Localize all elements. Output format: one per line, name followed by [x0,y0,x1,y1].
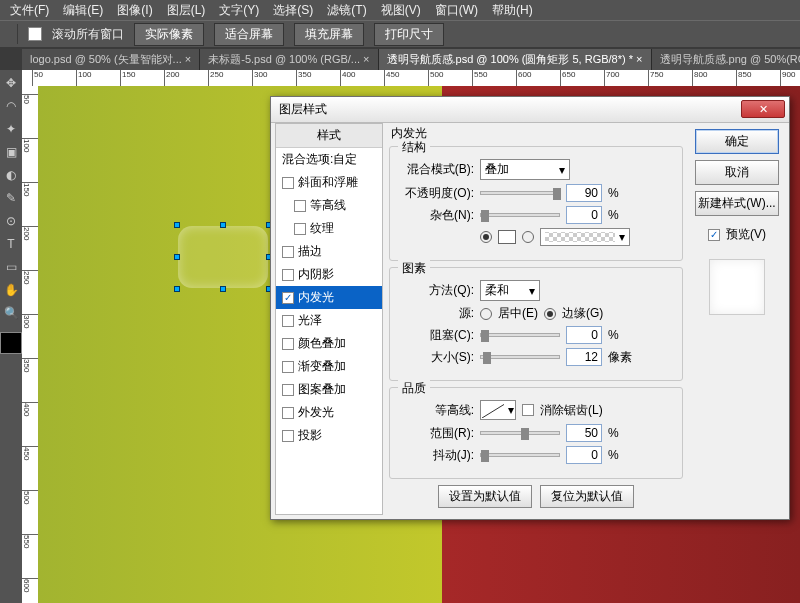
lasso-tool[interactable]: ◠ [0,95,22,117]
swatch-fg[interactable] [0,332,22,354]
style-row[interactable]: ✓内发光 [276,286,382,309]
opacity-slider[interactable] [480,191,560,195]
handle[interactable] [220,286,226,292]
antialias-checkbox[interactable] [522,404,534,416]
hand-tool[interactable]: ✋ [0,279,22,301]
style-row[interactable]: 等高线 [276,194,382,217]
style-checkbox[interactable] [282,338,294,350]
style-row[interactable]: 内阴影 [276,263,382,286]
print-size-button[interactable]: 打印尺寸 [374,23,444,46]
actual-pixels-button[interactable]: 实际像素 [134,23,204,46]
style-row[interactable]: 渐变叠加 [276,355,382,378]
menu-item[interactable]: 编辑(E) [57,0,109,21]
handle[interactable] [174,286,180,292]
style-checkbox[interactable] [282,384,294,396]
reset-default-button[interactable]: 复位为默认值 [540,485,634,508]
style-checkbox[interactable] [282,407,294,419]
choke-slider[interactable] [480,333,560,337]
style-checkbox[interactable] [294,223,306,235]
style-checkbox[interactable] [282,361,294,373]
style-row[interactable]: 纹理 [276,217,382,240]
gradient-radio[interactable] [522,231,534,243]
ok-button[interactable]: 确定 [695,129,779,154]
style-row[interactable]: 投影 [276,424,382,447]
jitter-slider[interactable] [480,453,560,457]
style-checkbox[interactable] [294,200,306,212]
preview-checkbox[interactable]: ✓ [708,229,720,241]
wand-tool[interactable]: ✦ [0,118,22,140]
fill-screen-button[interactable]: 填充屏幕 [294,23,364,46]
style-row[interactable]: 光泽 [276,309,382,332]
text-tool[interactable]: T [0,233,22,255]
source-center-radio[interactable] [480,308,492,320]
dialog-titlebar[interactable]: 图层样式 ✕ [271,97,789,123]
new-style-button[interactable]: 新建样式(W)... [695,191,779,216]
document-tab[interactable]: logo.psd @ 50% (矢量智能对... × [22,49,200,70]
style-row[interactable]: 斜面和浮雕 [276,171,382,194]
scroll-checkbox[interactable] [28,27,42,41]
style-checkbox[interactable] [282,315,294,327]
crop-tool[interactable]: ▣ [0,141,22,163]
gradient-select[interactable]: ▾ [540,228,630,246]
color-radio[interactable] [480,231,492,243]
tool-palette: ✥ ◠ ✦ ▣ ◐ ✎ ⊙ T ▭ ✋ 🔍 [0,70,22,570]
cancel-button[interactable]: 取消 [695,160,779,185]
style-checkbox[interactable] [282,246,294,258]
eyedropper-tool[interactable]: ◐ [0,164,22,186]
blend-mode-select[interactable]: 叠加▾ [480,159,570,180]
style-row[interactable]: 描边 [276,240,382,263]
document-tab[interactable]: 透明导航质感.psd @ 100% (圆角矩形 5, RGB/8*) * × [379,49,652,70]
blend-options-row[interactable]: 混合选项:自定 [276,148,382,171]
style-checkbox[interactable] [282,177,294,189]
size-value[interactable]: 12 [566,348,602,366]
contour-label: 等高线: [400,402,474,419]
source-edge-radio[interactable] [544,308,556,320]
menu-item[interactable]: 图像(I) [111,0,158,21]
brush-tool[interactable]: ✎ [0,187,22,209]
zoom-tool[interactable]: 🔍 [0,302,22,324]
group-structure: 结构 [398,139,430,156]
menu-item[interactable]: 选择(S) [267,0,319,21]
style-row[interactable]: 外发光 [276,401,382,424]
style-row[interactable]: 颜色叠加 [276,332,382,355]
jitter-value[interactable]: 0 [566,446,602,464]
style-checkbox[interactable] [282,430,294,442]
menu-item[interactable]: 窗口(W) [429,0,484,21]
selected-shape[interactable] [178,226,268,288]
menu-item[interactable]: 文件(F) [4,0,55,21]
styles-header[interactable]: 样式 [276,124,382,148]
menu-item[interactable]: 文字(Y) [213,0,265,21]
document-tab[interactable]: 透明导航质感.png @ 50%(RG... [652,49,801,70]
styles-list: 样式 混合选项:自定 斜面和浮雕等高线纹理描边内阴影✓内发光光泽颜色叠加渐变叠加… [275,123,383,515]
menu-item[interactable]: 视图(V) [375,0,427,21]
stamp-tool[interactable]: ⊙ [0,210,22,232]
noise-slider[interactable] [480,213,560,217]
method-select[interactable]: 柔和▾ [480,280,540,301]
style-checkbox[interactable] [282,269,294,281]
noise-value[interactable]: 0 [566,206,602,224]
style-row[interactable]: 图案叠加 [276,378,382,401]
handle[interactable] [174,222,180,228]
style-label: 颜色叠加 [298,335,346,352]
size-slider[interactable] [480,355,560,359]
menu-item[interactable]: 图层(L) [161,0,212,21]
rect-tool[interactable]: ▭ [0,256,22,278]
style-label: 描边 [298,243,322,260]
group-elements: 图素 [398,260,430,277]
range-slider[interactable] [480,431,560,435]
range-value[interactable]: 50 [566,424,602,442]
menu-item[interactable]: 滤镜(T) [321,0,372,21]
color-swatch[interactable] [498,230,516,244]
style-checkbox[interactable]: ✓ [282,292,294,304]
document-tab[interactable]: 未标题-5.psd @ 100% (RGB/... × [200,49,378,70]
fit-screen-button[interactable]: 适合屏幕 [214,23,284,46]
contour-select[interactable]: ▾ [480,400,516,420]
opacity-value[interactable]: 90 [566,184,602,202]
choke-value[interactable]: 0 [566,326,602,344]
menu-item[interactable]: 帮助(H) [486,0,539,21]
set-default-button[interactable]: 设置为默认值 [438,485,532,508]
close-button[interactable]: ✕ [741,100,785,118]
handle[interactable] [174,254,180,260]
move-tool[interactable]: ✥ [0,72,22,94]
handle[interactable] [220,222,226,228]
